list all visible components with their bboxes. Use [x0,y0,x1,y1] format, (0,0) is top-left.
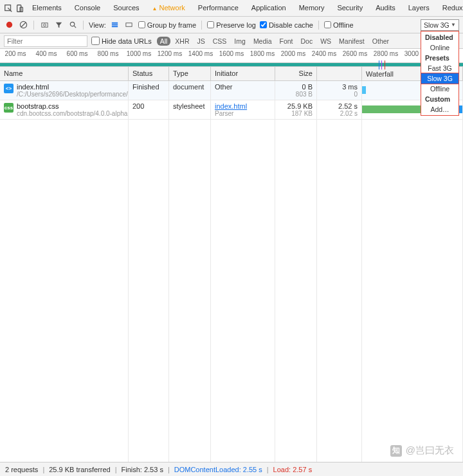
hide-data-urls-checkbox[interactable]: Hide data URLs [91,37,152,45]
chip-css[interactable]: CSS [210,37,230,46]
throttle-opt-slow-3g[interactable]: Slow 3G [421,73,459,84]
separator [318,21,319,30]
throttle-select[interactable]: Slow 3G▼ [421,19,459,31]
waterfall-bar [362,86,366,94]
tab-layers[interactable]: Layers [402,0,436,17]
inspect-icon[interactable] [4,3,13,14]
tab-audits[interactable]: Audits [369,0,402,17]
svg-rect-12 [112,24,118,26]
svg-point-8 [43,24,46,26]
html-file-icon: <> [4,84,14,93]
chip-ws[interactable]: WS [317,37,334,46]
col-time[interactable] [317,67,362,80]
filter-input[interactable] [4,35,87,47]
large-rows-icon[interactable] [110,20,120,30]
col-name[interactable]: Name [0,67,129,80]
svg-rect-14 [126,23,132,27]
separator [83,21,84,30]
preserve-log-checkbox[interactable]: Preserve log [207,21,256,29]
separator [201,21,202,30]
table-row[interactable]: cssbootstrap.csscdn.bootcss.com/bootstra… [0,100,463,120]
throttle-opt-add-[interactable]: Add… [421,104,458,114]
chip-xhr[interactable]: XHR [172,37,192,46]
svg-point-9 [70,22,75,26]
table-header: Name Status Type Initiator Size Waterfal… [0,67,463,81]
separator [33,21,34,30]
tab-security[interactable]: Security [331,0,369,17]
chip-all[interactable]: All [157,37,171,46]
table-row[interactable]: <>index.html/C:/Users/s2696/Desktop/perf… [0,81,463,100]
record-icon[interactable] [4,20,14,30]
tab-redux[interactable]: Redux [436,0,463,17]
status-load: Load: 2.57 s [273,466,313,473]
chip-font[interactable]: Font [276,37,296,46]
chip-doc[interactable]: Doc [298,37,316,46]
search-icon[interactable] [68,20,78,30]
throttle-opt-online[interactable]: Online [421,42,458,53]
chip-media[interactable]: Media [250,37,275,46]
svg-point-4 [6,22,12,28]
throttle-opt-offline[interactable]: Offline [421,84,458,94]
css-file-icon: css [4,103,14,113]
throttle-opt-fast-3g[interactable]: Fast 3G [421,63,458,73]
svg-rect-1 [17,5,21,12]
tab-memory[interactable]: Memory [293,0,331,17]
status-finish: Finish: 2.53 s [121,466,163,473]
col-status[interactable]: Status [129,67,169,80]
tab-console[interactable]: Console [68,0,107,17]
view-label: View: [89,21,106,29]
col-size[interactable]: Size [275,67,317,80]
chip-manifest[interactable]: Manifest [336,37,368,46]
tab-sources[interactable]: Sources [107,0,145,17]
svg-line-10 [74,26,76,28]
timeline-band [0,63,463,67]
watermark: 知 @岂曰无衣 [390,444,454,457]
zhihu-icon: 知 [390,445,402,457]
group-by-frame-checkbox[interactable]: Group by frame [138,21,196,29]
chip-js[interactable]: JS [194,37,208,46]
status-requests: 2 requests [5,466,38,473]
clear-icon[interactable] [18,20,28,30]
svg-rect-11 [112,23,118,24]
status-transferred: 25.9 KB transferred [49,466,110,473]
tab-elements[interactable]: Elements [26,0,68,17]
timeline-overview[interactable]: 200 ms400 ms600 ms800 ms1000 ms1200 ms14… [0,49,463,63]
chip-img[interactable]: Img [231,37,249,46]
initiator-link[interactable]: index.html [215,102,247,110]
empty-grid [0,120,463,476]
tab-network[interactable]: Network [146,0,192,17]
capture-icon[interactable] [39,20,50,30]
status-dcl: DOMContentLoaded: 2.55 s [174,466,262,473]
offline-checkbox[interactable]: Offline [324,21,354,29]
tab-performance[interactable]: Performance [192,0,245,17]
svg-rect-13 [112,26,118,27]
device-icon[interactable] [15,3,24,14]
chip-other[interactable]: Other [369,37,392,46]
tab-application[interactable]: Application [245,0,293,17]
col-type[interactable]: Type [169,67,211,80]
col-initiator[interactable]: Initiator [211,67,275,80]
overview-icon[interactable] [124,20,134,30]
status-bar: 2 requests| 25.9 KB transferred| Finish:… [0,462,463,476]
svg-line-6 [21,23,25,27]
filter-icon[interactable] [53,20,64,30]
disable-cache-checkbox[interactable]: Disable cache [260,21,313,29]
throttle-dropdown: DisabledOnlinePresetsFast 3GSlow 3GOffli… [421,31,459,116]
